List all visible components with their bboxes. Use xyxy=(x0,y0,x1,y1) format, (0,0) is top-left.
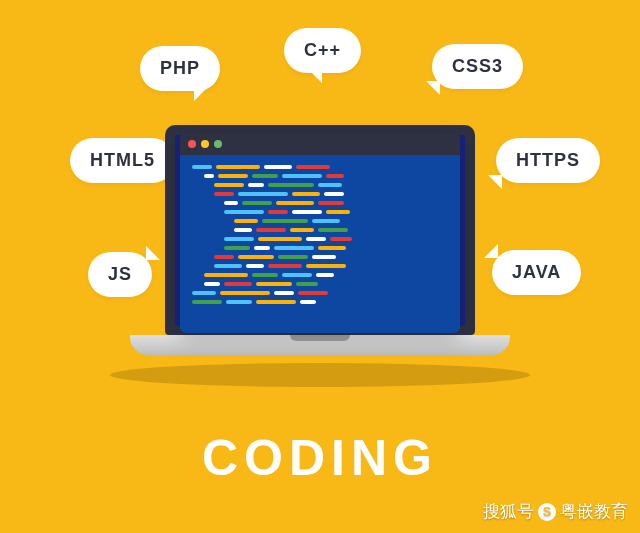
sohu-icon: S xyxy=(538,503,556,521)
minimize-icon xyxy=(201,140,209,148)
watermark: 搜狐号 S 粤嵌教育 xyxy=(483,500,628,523)
bubble-tail xyxy=(194,87,208,101)
watermark-author: 粤嵌教育 xyxy=(560,500,628,523)
laptop-shadow xyxy=(110,363,530,387)
bubble-label: PHP xyxy=(160,58,200,78)
bubble-label: C++ xyxy=(304,40,341,60)
window-title-bar xyxy=(180,133,460,155)
close-icon xyxy=(188,140,196,148)
watermark-prefix: 搜狐号 xyxy=(483,500,534,523)
illustration-scene: HTML5 PHP C++ CSS3 HTTPS JS JAVA xyxy=(0,0,640,533)
laptop-base xyxy=(130,335,510,355)
maximize-icon xyxy=(214,140,222,148)
bubble-tail xyxy=(426,81,440,95)
main-title: CODING xyxy=(202,429,438,487)
bubble-tail xyxy=(308,69,322,83)
bubble-css3: CSS3 xyxy=(432,44,523,89)
bubble-php: PHP xyxy=(140,46,220,91)
code-window xyxy=(180,133,460,333)
code-body xyxy=(180,155,460,314)
bubble-cpp: C++ xyxy=(284,28,361,73)
bubble-label: CSS3 xyxy=(452,56,503,76)
